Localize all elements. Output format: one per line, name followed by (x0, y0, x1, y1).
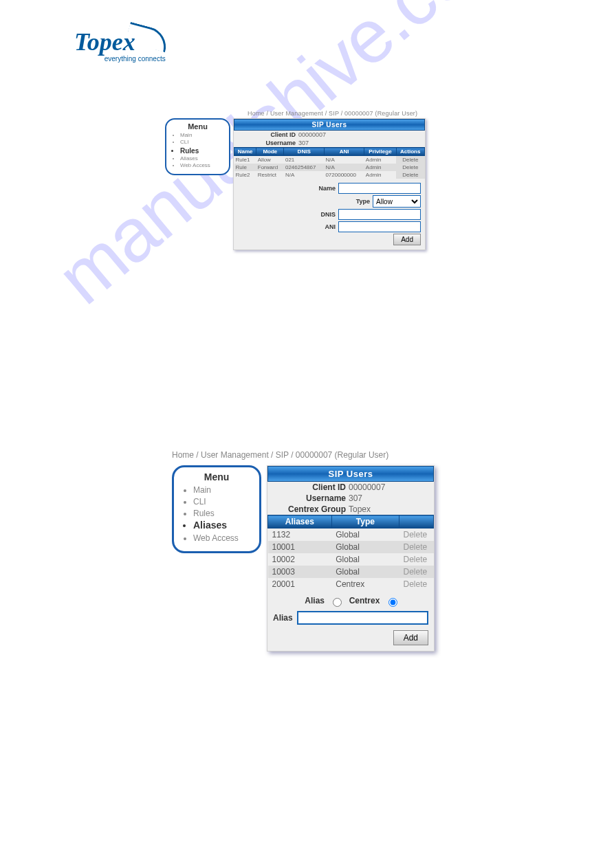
col-dnis: DNIS (284, 148, 324, 156)
menu-item-rules[interactable]: Rules (180, 146, 225, 155)
client-id-value: 00000007 (349, 482, 385, 492)
add-button[interactable]: Add (393, 234, 421, 245)
centrex-value: Topex (349, 504, 371, 514)
topex-logo: Topex everything connects (74, 27, 168, 63)
menu-item-main[interactable]: Main (180, 132, 225, 139)
alias-input-label: Alias (273, 613, 293, 623)
client-id-label: Client ID (273, 482, 349, 492)
name-input[interactable] (338, 183, 421, 194)
table-row: 10002 Global Delete (268, 553, 434, 566)
delete-link[interactable]: Delete (396, 156, 424, 164)
side-menu: Menu Main CLI Rules Aliases Web Access (165, 118, 230, 175)
client-id-label: Client ID (237, 131, 298, 138)
delete-link[interactable]: Delete (399, 553, 434, 566)
menu-list: Main CLI Rules Aliases Web Access (181, 485, 252, 544)
username-value: 307 (349, 493, 362, 503)
rule-form: Name TypeAllow DNIS ANI Add (234, 179, 425, 249)
table-row: 10001 Global Delete (268, 541, 434, 553)
menu-item-aliases[interactable]: Aliases (193, 519, 252, 533)
username-value: 307 (298, 140, 309, 146)
menu-title: Menu (181, 471, 252, 482)
aliases-table: Aliases Type 1132 Global Delete 10001 Gl… (267, 515, 434, 590)
col-aliases: Aliases (268, 515, 332, 528)
table-row: 1132 Global Delete (268, 528, 434, 542)
menu-list: Main CLI Rules Aliases Web Access (171, 132, 225, 170)
col-ani: ANI (324, 148, 364, 156)
rules-table: Name Mode DNIS ANI Privilege Actions Rul… (234, 147, 425, 179)
radio-alias[interactable] (333, 598, 342, 607)
menu-item-main[interactable]: Main (193, 485, 252, 496)
table-row: Rule1 Allow 021 N/A Admin Delete (234, 156, 425, 164)
ani-label: ANI (325, 223, 336, 230)
client-id-value: 00000007 (298, 131, 326, 138)
col-act: Actions (396, 148, 424, 156)
delete-link[interactable]: Delete (396, 171, 424, 179)
radio-centrex-label: Centrex (349, 596, 380, 605)
delete-link[interactable]: Delete (399, 578, 434, 590)
col-priv: Privilege (364, 148, 396, 156)
breadcrumb: Home / User Management / SIP / 00000007 … (172, 450, 435, 460)
sip-users-panel: SIP Users Client ID00000007 Username307 … (267, 465, 435, 652)
menu-item-cli[interactable]: CLI (193, 496, 252, 508)
menu-item-aliases[interactable]: Aliases (180, 155, 225, 162)
table-row: 20001 Centrex Delete (268, 578, 434, 590)
menu-item-rules[interactable]: Rules (193, 508, 252, 520)
centrex-label: Centrex Group (273, 504, 349, 514)
delete-link[interactable]: Delete (399, 541, 434, 553)
type-label: Type (356, 198, 370, 205)
side-menu: Menu Main CLI Rules Aliases Web Access (172, 465, 261, 553)
username-label: Username (237, 140, 298, 146)
panel-title: SIP Users (267, 466, 434, 482)
breadcrumb: Home / User Management / SIP / 00000007 … (248, 110, 426, 117)
delete-link[interactable]: Delete (399, 566, 434, 578)
table-row: Rule Forward 0246254867 N/A Admin Delete (234, 164, 425, 171)
dnis-input[interactable] (338, 209, 421, 220)
name-label: Name (318, 185, 336, 192)
col-blank (399, 515, 434, 528)
radio-alias-label: Alias (305, 596, 325, 605)
add-button[interactable]: Add (393, 630, 428, 645)
menu-item-web[interactable]: Web Access (180, 162, 225, 169)
menu-item-cli[interactable]: CLI (180, 139, 225, 146)
panel-title: SIP Users (234, 119, 425, 131)
username-label: Username (273, 493, 349, 503)
ani-input[interactable] (338, 221, 421, 232)
menu-item-web[interactable]: Web Access (193, 533, 252, 544)
type-select[interactable]: Allow (373, 195, 421, 208)
delete-link[interactable]: Delete (396, 164, 424, 171)
table-row: Rule2 Restrict N/A 0720000000 Admin Dele… (234, 171, 425, 179)
menu-title: Menu (171, 122, 225, 131)
table-row: 10003 Global Delete (268, 566, 434, 578)
col-name: Name (234, 148, 256, 156)
col-type: Type (331, 515, 399, 528)
delete-link[interactable]: Delete (399, 528, 434, 542)
aliases-section: Home / User Management / SIP / 00000007 … (172, 450, 435, 652)
alias-type-radios: Alias Centrex (270, 596, 431, 607)
radio-centrex[interactable] (388, 598, 397, 607)
dnis-label: DNIS (320, 211, 336, 218)
rules-section: Home / User Management / SIP / 00000007 … (165, 110, 426, 250)
logo-tagline: everything connects (74, 55, 168, 63)
sip-users-panel: SIP Users Client ID00000007 Username307 … (233, 118, 426, 250)
alias-input[interactable] (297, 611, 428, 625)
col-mode: Mode (256, 148, 284, 156)
